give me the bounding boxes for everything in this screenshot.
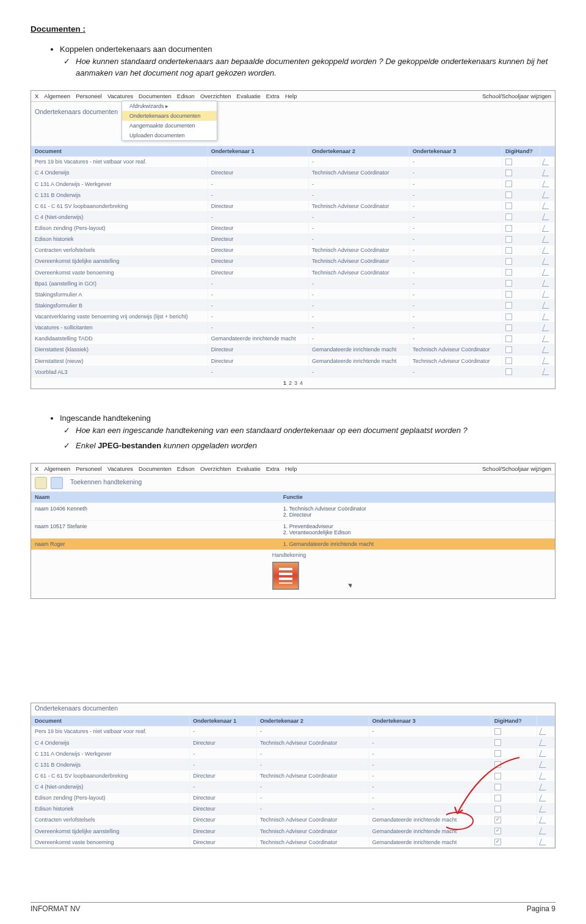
signature-row[interactable]: naam Roger1. Gemandateerde inrichtende m… <box>31 539 555 550</box>
edit-icon[interactable] <box>542 302 551 309</box>
edit-icon[interactable] <box>542 202 551 209</box>
digihand-checkbox[interactable] <box>505 236 512 243</box>
dropdown-item[interactable]: Afdrukwizards ▸ <box>122 101 217 111</box>
edit-icon[interactable] <box>539 761 548 768</box>
table-row[interactable]: C 131 A Onderwijs - Werkgever--- <box>32 748 555 759</box>
menu-edison[interactable]: Edison <box>177 93 195 99</box>
toolbar-icon[interactable] <box>35 477 47 489</box>
edit-icon[interactable] <box>539 728 548 735</box>
edit-icon[interactable] <box>542 280 551 287</box>
digihand-checkbox[interactable] <box>494 784 501 790</box>
menu-vacatures[interactable]: Vacatures <box>107 465 133 472</box>
table-row[interactable]: Stakingsformulier B--- <box>32 300 555 311</box>
table-row[interactable]: Dienstattest (nieuw)DirecteurGemandateer… <box>32 355 555 366</box>
menu-vacatures[interactable]: Vacatures <box>107 93 133 99</box>
edit-icon[interactable] <box>542 346 551 353</box>
dropdown-item[interactable]: Aangemaakte documenten <box>122 121 217 131</box>
digihand-checkbox[interactable] <box>494 828 501 834</box>
menu-documenten[interactable]: Documenten <box>139 465 172 472</box>
edit-icon[interactable] <box>539 806 548 812</box>
menu-personeel[interactable]: Personeel <box>76 93 102 99</box>
menu-evaluatie[interactable]: Evaluatie <box>237 93 261 99</box>
dropdown-item[interactable]: Uploaden documenten <box>122 131 217 140</box>
menu-help[interactable]: Help <box>285 93 297 99</box>
digihand-checkbox[interactable] <box>505 324 512 331</box>
digihand-checkbox[interactable] <box>505 313 512 320</box>
table-row[interactable]: Dienstattest (klassiek)DirecteurGemandat… <box>32 344 555 355</box>
menu-x[interactable]: X <box>35 93 38 99</box>
digihand-checkbox[interactable] <box>505 357 512 364</box>
menu-extra[interactable]: Extra <box>266 465 280 472</box>
digihand-checkbox[interactable] <box>505 202 512 209</box>
digihand-checkbox[interactable] <box>505 181 512 187</box>
digihand-checkbox[interactable] <box>505 192 512 198</box>
menu-documenten[interactable]: Documenten <box>139 93 172 99</box>
pager-link[interactable]: 4 <box>300 380 303 386</box>
table-row[interactable]: Pers 19 bis Vacatures - niet vatbaar voo… <box>32 726 555 737</box>
signature-thumbnail[interactable] <box>272 562 299 590</box>
digihand-checkbox[interactable] <box>494 728 501 735</box>
table-row[interactable]: Contracten verlofstelselsDirecteurTechni… <box>32 814 555 825</box>
pager-link[interactable]: 2 <box>289 380 292 386</box>
edit-icon[interactable] <box>539 773 548 779</box>
menu-personeel[interactable]: Personeel <box>76 465 102 472</box>
edit-icon[interactable] <box>51 477 63 489</box>
edit-icon[interactable] <box>542 236 551 243</box>
table-row[interactable]: Pers 19 bis Vacatures - niet vatbaar voo… <box>32 156 555 167</box>
edit-icon[interactable] <box>539 750 548 757</box>
menu-algemeen[interactable]: Algemeen <box>44 465 70 472</box>
digihand-checkbox[interactable] <box>505 335 512 342</box>
menu-x[interactable]: X <box>35 465 38 472</box>
signature-row[interactable]: naam 10406 Kenneth1. Technisch Adviseur … <box>31 503 555 521</box>
edit-icon[interactable] <box>542 368 551 375</box>
table-row[interactable]: C 4 OnderwijsDirecteurTechnisch Adviseur… <box>32 167 555 178</box>
digihand-checkbox[interactable] <box>505 159 512 165</box>
menu-right[interactable]: School/Schooljaar wijzigen <box>482 93 551 99</box>
table-row[interactable]: C 61 - C 61 SV loopbaanonderbrekingDirec… <box>32 201 555 212</box>
table-row[interactable]: Contracten verlofstelselsDirecteurTechni… <box>32 245 555 256</box>
table-row[interactable]: C 61 - C 61 SV loopbaanonderbrekingDirec… <box>32 770 555 781</box>
edit-icon[interactable] <box>542 181 551 187</box>
edit-icon[interactable] <box>542 313 551 320</box>
edit-icon[interactable] <box>542 357 551 364</box>
table-row[interactable]: Voorblad AL3--- <box>32 367 555 378</box>
digihand-checkbox[interactable] <box>494 806 501 812</box>
edit-icon[interactable] <box>539 784 548 790</box>
table-row[interactable]: Edison zending (Pers-layout)Directeur-- <box>32 223 555 234</box>
dropdown-item[interactable]: Ondertekenaars documenten <box>122 111 217 121</box>
digihand-checkbox[interactable] <box>505 258 512 265</box>
pager[interactable]: 1234 <box>31 378 555 389</box>
digihand-checkbox[interactable] <box>505 225 512 232</box>
edit-icon[interactable] <box>542 291 551 298</box>
table-row[interactable]: C 4 (Niet-onderwijs)--- <box>32 781 555 792</box>
edit-icon[interactable] <box>542 247 551 254</box>
digihand-checkbox[interactable] <box>505 291 512 298</box>
table-row[interactable]: C 4 (Niet-onderwijs)--- <box>32 212 555 223</box>
menu-overzichten[interactable]: Overzichten <box>200 465 231 472</box>
table-row[interactable]: C 131 B Onderwijs--- <box>32 759 555 770</box>
digihand-checkbox[interactable] <box>505 280 512 287</box>
table-row[interactable]: Stakingsformulier A--- <box>32 289 555 300</box>
table-row[interactable]: Edison historiekDirecteur-- <box>32 234 555 245</box>
digihand-checkbox[interactable] <box>494 761 501 768</box>
documenten-dropdown[interactable]: Afdrukwizards ▸Ondertekenaars documenten… <box>121 101 217 141</box>
table-row[interactable]: Edison zending (Pers-layout)Directeur-- <box>32 792 555 803</box>
edit-icon[interactable] <box>539 739 548 746</box>
edit-icon[interactable] <box>539 795 548 801</box>
table-row[interactable]: C 4 OnderwijsDirecteurTechnisch Adviseur… <box>32 737 555 748</box>
table-row[interactable]: Overeenkomst vaste benoemingDirecteurTec… <box>32 837 555 848</box>
edit-icon[interactable] <box>542 335 551 342</box>
digihand-checkbox[interactable] <box>505 269 512 276</box>
edit-icon[interactable] <box>542 170 551 176</box>
table-row[interactable]: C 131 B Onderwijs--- <box>32 190 555 201</box>
table-row[interactable]: Overeenkomst tijdelijke aanstellingDirec… <box>32 256 555 267</box>
digihand-checkbox[interactable] <box>494 795 501 801</box>
pager-link[interactable]: 1 <box>283 380 286 386</box>
menu-overzichten[interactable]: Overzichten <box>200 93 231 99</box>
menu-evaluatie[interactable]: Evaluatie <box>237 465 261 472</box>
menu-help[interactable]: Help <box>285 465 297 472</box>
edit-icon[interactable] <box>542 269 551 276</box>
digihand-checkbox[interactable] <box>505 302 512 309</box>
edit-icon[interactable] <box>542 324 551 331</box>
digihand-checkbox[interactable] <box>505 346 512 353</box>
